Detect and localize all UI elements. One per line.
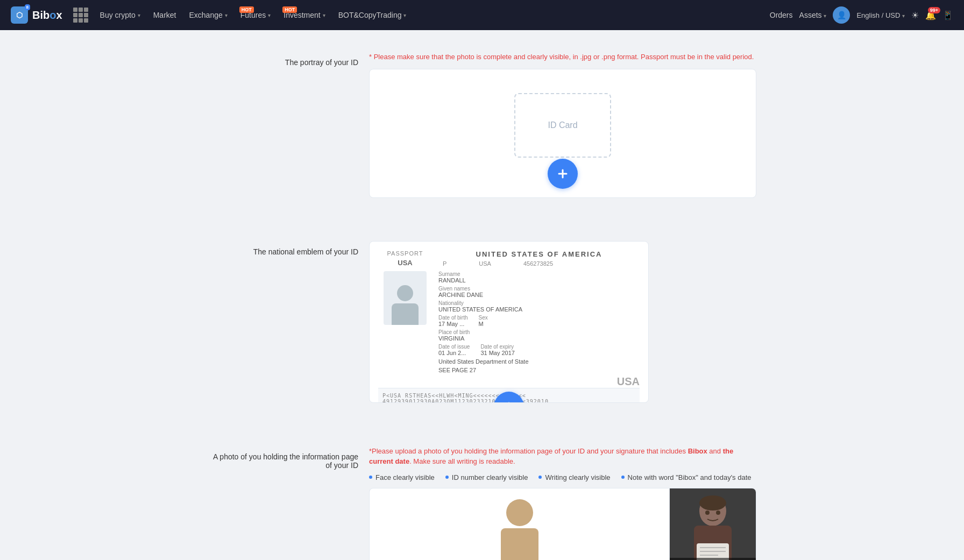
chevron-down-icon: ▾	[323, 12, 325, 18]
nav-investment[interactable]: HOT Investment ▾	[278, 8, 330, 23]
passport-docno: 456273825	[523, 260, 553, 267]
chevron-down-icon: ▾	[268, 12, 271, 18]
passport-details: Surname RANDALL Given names ARCHINE DANE…	[438, 271, 640, 388]
section-content-holding: *Please upload a photo of you holding th…	[369, 446, 756, 561]
navbar: ⬡ 8 Bibox Buy crypto ▾ Market Exchange ▾…	[0, 0, 964, 30]
req-writing: Writing clearly visible	[538, 473, 610, 481]
svg-point-12	[716, 511, 720, 515]
portray-note: * Please make sure that the photo is com…	[369, 52, 756, 62]
holding-note: *Please upload a photo of you holding th…	[369, 446, 756, 467]
passport-country-header: UNITED STATES OF AMERICA	[438, 250, 640, 258]
passport-preview: PASSPORT USA UNITED STATES OF AMERICA	[369, 241, 649, 403]
id-card-container: ID Card	[514, 93, 611, 174]
passport-usa-watermark: USA	[438, 375, 640, 388]
assets-button[interactable]: Assets ▾	[799, 11, 827, 19]
requirements-list: Face clearly visible ID number clearly v…	[369, 473, 756, 481]
grid-menu-icon[interactable]	[73, 8, 88, 23]
plus-icon	[556, 167, 569, 180]
nav-exchange[interactable]: Exchange ▾	[184, 8, 233, 23]
photo-upload-left[interactable]	[370, 488, 670, 561]
section-content-emblem: PASSPORT USA UNITED STATES OF AMERICA	[369, 241, 756, 403]
logo[interactable]: ⬡ 8 Bibox	[11, 6, 62, 24]
mobile-icon[interactable]: 📱	[942, 10, 953, 20]
photo-upload-row: View Examples	[369, 488, 756, 561]
add-portray-button[interactable]	[548, 159, 578, 189]
notification-badge: 99+	[928, 7, 940, 13]
passport-photo	[384, 271, 427, 325]
req-face: Face clearly visible	[369, 473, 435, 481]
example-photo-bg	[670, 488, 756, 561]
nav-buy-crypto[interactable]: Buy crypto ▾	[95, 8, 146, 23]
svg-point-11	[705, 511, 710, 515]
chevron-down-icon: ▾	[824, 13, 826, 19]
section-holding-photo: A photo of you holding the information p…	[208, 435, 756, 561]
person-body	[501, 528, 538, 561]
id-card-label: ID Card	[548, 120, 577, 130]
passport-word-label: PASSPORT	[387, 250, 423, 257]
chevron-down-icon: ▾	[403, 12, 406, 18]
section-portray-id: The portray of your ID * Please make sur…	[208, 41, 756, 209]
language-selector[interactable]: English / USD ▾	[856, 11, 905, 19]
logo-badge: 8	[25, 4, 30, 10]
passport-type-label: P	[443, 260, 446, 267]
nav-futures[interactable]: HOT Futures ▾	[235, 8, 276, 23]
chevron-down-icon: ▾	[902, 13, 905, 19]
theme-toggle-icon[interactable]: ☀	[911, 10, 919, 20]
portray-upload-box[interactable]: ID Card	[369, 69, 756, 198]
person-placeholder	[501, 499, 538, 561]
orders-button[interactable]: Orders	[770, 11, 793, 19]
req-id-number: ID number clearly visible	[445, 473, 528, 481]
nav-market[interactable]: Market	[148, 8, 182, 23]
passport-country-code: USA	[398, 259, 412, 267]
section-label-holding: A photo of you holding the information p…	[208, 446, 358, 470]
svg-point-5	[699, 495, 726, 511]
nav-right: Orders Assets ▾ 👤 English / USD ▾ ☀ 🔔 99…	[770, 6, 953, 24]
view-examples-button[interactable]: View Examples	[670, 558, 756, 561]
plus-icon	[502, 400, 515, 403]
person-head	[397, 285, 413, 301]
nav-bot-copy-trading[interactable]: BOT&CopyTrading ▾	[333, 8, 412, 23]
person-head	[506, 499, 533, 526]
logo-icon: ⬡ 8	[11, 6, 28, 24]
notifications-icon[interactable]: 🔔 99+	[925, 10, 936, 20]
req-note: Note with word "Bibox" and today's date	[621, 473, 752, 481]
chevron-down-icon: ▾	[225, 12, 228, 18]
section-national-emblem: The national emblem of your ID PASSPORT …	[208, 230, 756, 414]
hot-badge-investment: HOT	[282, 6, 297, 13]
section-content-portray: * Please make sure that the photo is com…	[369, 52, 756, 198]
logo-text: Bibox	[32, 9, 62, 22]
section-label-emblem: The national emblem of your ID	[208, 241, 358, 256]
person-body	[392, 303, 419, 325]
section-label-portray: The portray of your ID	[208, 52, 358, 67]
example-person-svg	[681, 492, 745, 561]
chevron-down-icon: ▾	[138, 12, 140, 18]
main-content: The portray of your ID * Please make sur…	[186, 30, 778, 560]
avatar[interactable]: 👤	[833, 6, 850, 24]
id-card-placeholder: ID Card	[514, 93, 611, 158]
hot-badge-futures: HOT	[239, 6, 254, 13]
photo-upload-right: View Examples	[670, 488, 756, 561]
passport-country-label: USA	[479, 260, 491, 267]
